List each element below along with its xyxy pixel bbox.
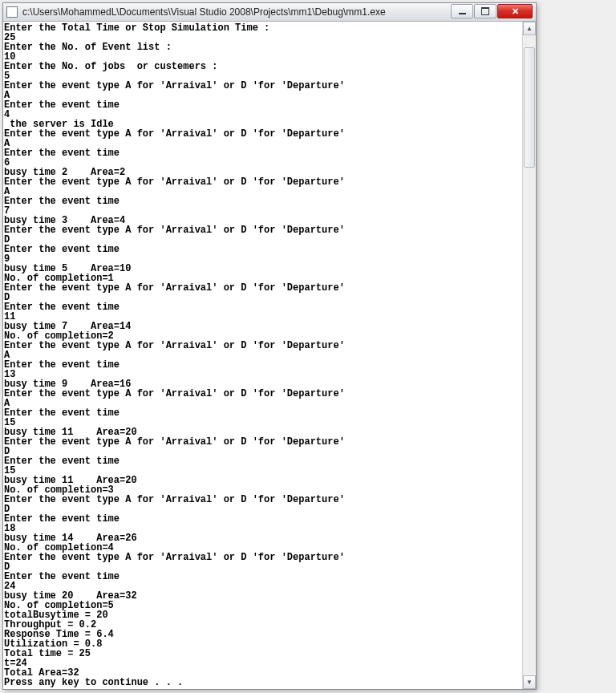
app-icon: [6, 6, 18, 18]
console-output[interactable]: Enter the Total Time or Stop Simulation …: [3, 22, 522, 689]
scrollbar-track[interactable]: [523, 35, 536, 675]
minimize-button[interactable]: [451, 4, 473, 18]
scroll-down-arrow-icon[interactable]: ▼: [523, 675, 536, 689]
close-button[interactable]: [497, 4, 533, 18]
vertical-scrollbar[interactable]: ▲ ▼: [522, 22, 536, 689]
client-area: Enter the Total Time or Stop Simulation …: [3, 22, 536, 689]
scroll-up-arrow-icon[interactable]: ▲: [523, 22, 536, 35]
title-bar[interactable]: c:\Users\MohammedL\Documents\Visual Stud…: [3, 3, 536, 22]
console-window: c:\Users\MohammedL\Documents\Visual Stud…: [2, 2, 537, 690]
window-controls: [450, 4, 533, 20]
maximize-button[interactable]: [474, 4, 496, 18]
window-title: c:\Users\MohammedL\Documents\Visual Stud…: [22, 6, 450, 18]
scrollbar-thumb[interactable]: [524, 47, 535, 168]
